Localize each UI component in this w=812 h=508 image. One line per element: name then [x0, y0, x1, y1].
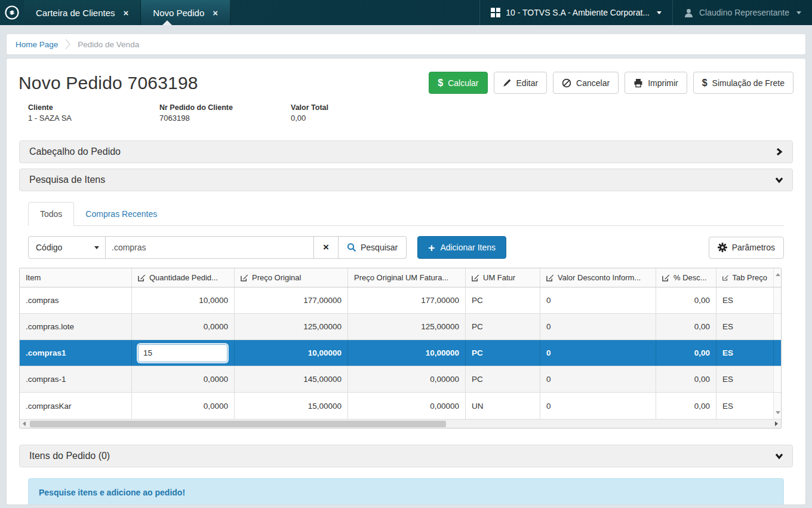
chevron-down-icon — [796, 11, 801, 14]
gear-icon — [718, 243, 727, 252]
field-cliente: Cliente 1 - SAZA SA — [28, 103, 159, 123]
tab-label: Novo Pedido — [153, 8, 204, 18]
accordion-itens-do-pedido[interactable]: Itens do Pedido (0) — [19, 445, 793, 467]
company-selector-label: 10 - TOTVS S.A - Ambiente Corporat... — [506, 8, 650, 17]
search-field-select[interactable]: Código — [28, 236, 106, 259]
breadcrumb-home-link[interactable]: Home Page — [16, 40, 58, 49]
close-icon[interactable]: × — [124, 8, 129, 18]
tab-novo-pedido[interactable]: Novo Pedido × — [141, 0, 230, 25]
table-row[interactable]: .comprasKar 0,0000 15,00000 0,00000 UN 0… — [20, 393, 781, 419]
imprimir-button[interactable]: Imprimir — [625, 72, 687, 94]
column-header-perc-desc[interactable]: % Desc... — [656, 268, 716, 287]
adicionar-itens-button[interactable]: + Adicionar Itens — [417, 236, 506, 259]
accordion-cabecalho-do-pedido[interactable]: Cabeçalho do Pedido — [19, 140, 793, 163]
edit-cell-icon — [546, 274, 554, 281]
scroll-up-icon — [776, 273, 780, 276]
dollar-icon: $ — [438, 78, 443, 88]
grid-horizontal-scrollbar[interactable] — [20, 419, 781, 428]
totvs-logo-icon[interactable] — [0, 0, 24, 25]
field-nr-pedido-cliente: Nr Pedido do Cliente 7063198 — [159, 103, 291, 123]
cancelar-button[interactable]: Cancelar — [553, 72, 619, 94]
calcular-button[interactable]: $ Calcular — [429, 72, 487, 94]
scroll-down-icon — [776, 411, 780, 414]
search-icon — [347, 243, 356, 252]
edit-cell-icon — [241, 274, 248, 281]
edit-cell-icon — [722, 274, 728, 281]
printer-icon — [633, 78, 643, 88]
tab-compras-recentes[interactable]: Compras Recentes — [74, 203, 168, 225]
dollar-icon: $ — [702, 78, 708, 88]
table-row[interactable]: .compras-1 0,0000 145,00000 0,00000 PC 0… — [20, 366, 781, 393]
breadcrumb-current: Pedido de Venda — [78, 40, 139, 49]
pencil-icon — [503, 78, 512, 87]
cancel-icon — [562, 78, 571, 88]
column-header-preco-original[interactable]: Preço Original — [235, 268, 348, 287]
item-search-grid: Item Quantidade Pedid... Preço Original — [19, 268, 782, 429]
scroll-right-icon[interactable] — [775, 421, 778, 426]
topbar: Carteira de Clientes × Novo Pedido × 10 … — [0, 0, 812, 25]
column-header-quantidade[interactable]: Quantidade Pedid... — [132, 268, 235, 287]
chevron-right-icon — [775, 148, 783, 156]
breadcrumb: Home Page Pedido de Venda — [6, 33, 806, 55]
table-row[interactable]: .compras.lote 0,0000 125,00000 125,00000… — [20, 314, 781, 340]
order-card: Novo Pedido 7063198 $ Calcular Editar Ca… — [6, 58, 806, 505]
grid-icon — [491, 8, 500, 17]
simulacao-frete-button[interactable]: $ Simulação de Frete — [693, 72, 793, 94]
order-actions: $ Calcular Editar Cancelar — [429, 72, 793, 94]
tab-label: Carteira de Clientes — [36, 8, 115, 18]
pesquisar-button[interactable]: Pesquisar — [339, 236, 407, 259]
user-menu[interactable]: Claudino Representante — [672, 0, 812, 25]
field-valor-total: Valor Total 0,00 — [291, 103, 422, 123]
column-header-valor-desconto[interactable]: Valor Desconto Inform... — [540, 268, 656, 287]
item-search-tabs: Todos Compras Recentes — [28, 202, 784, 226]
person-icon — [684, 8, 694, 18]
column-header-preco-original-um[interactable]: Preço Original UM Fatura... — [348, 268, 466, 287]
quantity-edit-input[interactable] — [138, 344, 227, 362]
column-header-um-fatur[interactable]: UM Fatur — [466, 268, 540, 287]
parametros-button[interactable]: Parâmetros — [709, 237, 784, 259]
user-menu-label: Claudino Representante — [699, 8, 789, 17]
chevron-down-icon — [775, 452, 783, 460]
chevron-down-icon — [94, 246, 99, 249]
page-title: Novo Pedido 7063198 — [19, 73, 198, 93]
editar-button[interactable]: Editar — [494, 72, 548, 94]
edit-cell-icon — [138, 274, 146, 281]
clear-x-icon[interactable]: × — [314, 236, 339, 259]
scroll-left-icon[interactable] — [23, 421, 26, 426]
company-selector[interactable]: 10 - TOTVS S.A - Ambiente Corporat... — [479, 0, 672, 25]
chevron-down-icon — [775, 176, 783, 184]
table-row-selected[interactable]: .compras1 10,00000 10,00000 PC 0 0,00 ES — [20, 340, 781, 366]
chevron-down-icon — [657, 11, 662, 14]
table-row[interactable]: .compras 10,0000 177,00000 177,00000 PC … — [20, 287, 781, 314]
scrollbar-thumb[interactable] — [30, 421, 446, 427]
grid-vertical-scrollbar[interactable] — [773, 268, 781, 287]
accordion-pesquisa-de-itens[interactable]: Pesquisa de Itens — [19, 169, 793, 191]
empty-items-message: Pesquise itens e adicione ao pedido! — [39, 488, 773, 497]
tab-todos[interactable]: Todos — [28, 202, 74, 226]
edit-cell-icon — [662, 274, 670, 281]
tab-carteira-de-clientes[interactable]: Carteira de Clientes × — [24, 0, 141, 25]
plus-icon: + — [428, 242, 435, 253]
edit-cell-icon — [472, 274, 479, 281]
order-summary-fields: Cliente 1 - SAZA SA Nr Pedido do Cliente… — [7, 103, 805, 123]
active-tab-notch — [162, 20, 172, 25]
search-input[interactable] — [106, 236, 314, 259]
column-header-item[interactable]: Item — [20, 268, 132, 287]
close-icon[interactable]: × — [213, 8, 218, 18]
breadcrumb-separator-icon — [65, 38, 70, 50]
column-header-tab-preco[interactable]: Tab Preço — [716, 268, 773, 287]
empty-items-info-box: Pesquise itens e adicione ao pedido! — [28, 478, 784, 505]
grid-header-row: Item Quantidade Pedid... Preço Original — [20, 268, 781, 287]
item-search-row: Código × Pesquisar + Adicionar Itens — [28, 236, 784, 259]
